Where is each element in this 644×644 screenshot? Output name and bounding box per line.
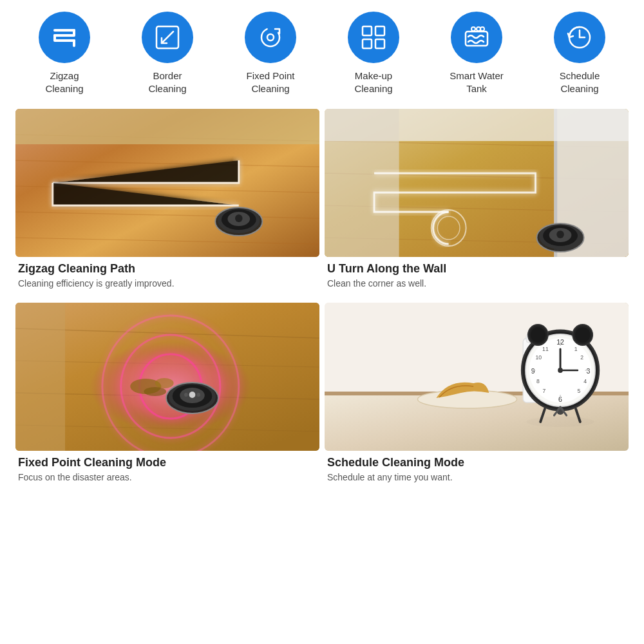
svg-point-3 <box>267 34 274 41</box>
u-turn-desc: Clean the corner as well. <box>327 278 626 289</box>
svg-point-11 <box>480 27 484 31</box>
card-zigzag-path: Zigzag Cleaning Path Cleaning efficiency… <box>13 106 322 300</box>
makeup-icon-circle <box>348 12 399 63</box>
svg-point-97 <box>575 327 590 343</box>
svg-text:2: 2 <box>580 354 583 361</box>
svg-point-62 <box>189 392 196 398</box>
svg-line-1 <box>162 32 173 43</box>
svg-point-57 <box>144 387 166 396</box>
svg-rect-21 <box>15 109 319 144</box>
zigzag-caption: Zigzag Cleaning Path Cleaning efficiency… <box>15 257 319 298</box>
makeup-label: Make-upCleaning <box>354 70 392 95</box>
svg-point-56 <box>155 378 174 388</box>
feature-fixed-point: Fixed PointCleaning <box>224 12 317 95</box>
schedule-icon-circle <box>554 12 605 63</box>
svg-rect-50 <box>15 303 65 451</box>
schedule-icon <box>565 23 594 52</box>
zigzag-scene-svg <box>15 109 319 257</box>
svg-text:8: 8 <box>536 378 540 384</box>
zigzag-icon-circle <box>39 12 90 63</box>
fixed-point-label: Fixed PointCleaning <box>246 70 294 95</box>
fixed-point-title: Fixed Point Cleaning Mode <box>18 456 317 469</box>
svg-point-2 <box>261 28 279 46</box>
svg-point-9 <box>471 27 475 31</box>
content-grid: Zigzag Cleaning Path Cleaning efficiency… <box>13 106 631 494</box>
svg-point-43 <box>556 231 564 238</box>
water-tank-icon <box>462 23 491 52</box>
svg-rect-7 <box>375 39 384 48</box>
zigzag-icon <box>50 23 79 52</box>
zigzag-label: ZigzagCleaning <box>45 70 83 95</box>
border-label: BorderCleaning <box>148 70 186 95</box>
svg-text:1: 1 <box>574 346 578 352</box>
schedule-label: ScheduleCleaning <box>560 70 600 95</box>
feature-border: BorderCleaning <box>121 12 214 95</box>
svg-point-103 <box>526 417 594 427</box>
svg-rect-4 <box>363 26 372 35</box>
feature-schedule: ScheduleCleaning <box>533 12 627 95</box>
card-schedule: 12 3 6 9 1 2 4 5 7 8 10 11 <box>322 300 631 494</box>
schedule-title: Schedule Cleaning Mode <box>327 456 626 469</box>
svg-rect-36 <box>325 109 399 257</box>
schedule-scene-svg: 12 3 6 9 1 2 4 5 7 8 10 11 <box>325 303 629 451</box>
card-fixed-point: Fixed Point Cleaning Mode Focus on the d… <box>13 300 322 494</box>
main-container: ZigzagCleaning BorderCleaning <box>0 0 644 644</box>
fixed-point-icon <box>256 23 285 52</box>
border-icon-circle <box>142 12 193 63</box>
feature-water-tank: Smart WaterTank <box>430 12 524 95</box>
feature-zigzag: ZigzagCleaning <box>18 12 111 95</box>
scene-schedule-image: 12 3 6 9 1 2 4 5 7 8 10 11 <box>325 303 629 451</box>
fixed-point-desc: Focus on the disaster areas. <box>18 472 317 482</box>
fixed-point-icon-circle <box>245 12 296 63</box>
water-tank-icon-circle <box>451 12 502 63</box>
scene-zigzag-image <box>15 109 319 257</box>
svg-point-71 <box>417 390 516 408</box>
zigzag-title: Zigzag Cleaning Path <box>18 262 317 276</box>
u-turn-title: U Turn Along the Wall <box>327 262 626 276</box>
svg-point-26 <box>235 214 243 222</box>
features-icons-row: ZigzagCleaning BorderCleaning <box>13 12 631 95</box>
svg-point-64 <box>196 393 200 397</box>
border-scene-svg <box>325 109 629 257</box>
feature-makeup: Make-upCleaning <box>327 12 421 95</box>
schedule-desc: Schedule at any time you want. <box>327 472 626 482</box>
svg-text:7: 7 <box>543 388 546 394</box>
border-icon <box>153 23 182 52</box>
svg-text:4: 4 <box>583 378 587 384</box>
water-tank-label: Smart WaterTank <box>450 70 504 95</box>
svg-point-63 <box>184 393 188 397</box>
scene-border-image <box>325 109 629 257</box>
svg-point-95 <box>531 327 545 343</box>
schedule-caption: Schedule Cleaning Mode Schedule at any t… <box>325 451 629 491</box>
svg-point-93 <box>558 368 563 373</box>
scene-fixed-image <box>15 303 319 451</box>
zigzag-desc: Cleaning efficiency is greatly improved. <box>18 278 317 289</box>
svg-text:11: 11 <box>542 346 549 352</box>
svg-text:10: 10 <box>536 354 542 361</box>
svg-text:9: 9 <box>531 367 535 375</box>
svg-rect-5 <box>375 26 384 35</box>
svg-text:3: 3 <box>586 367 590 375</box>
svg-rect-6 <box>363 39 372 48</box>
card-u-turn: U Turn Along the Wall Clean the corner a… <box>322 106 631 300</box>
fixed-point-caption: Fixed Point Cleaning Mode Focus on the d… <box>15 451 319 491</box>
svg-text:5: 5 <box>578 388 581 394</box>
u-turn-caption: U Turn Along the Wall Clean the corner a… <box>325 257 629 298</box>
makeup-icon <box>359 23 388 52</box>
fixed-scene-svg <box>15 303 319 451</box>
